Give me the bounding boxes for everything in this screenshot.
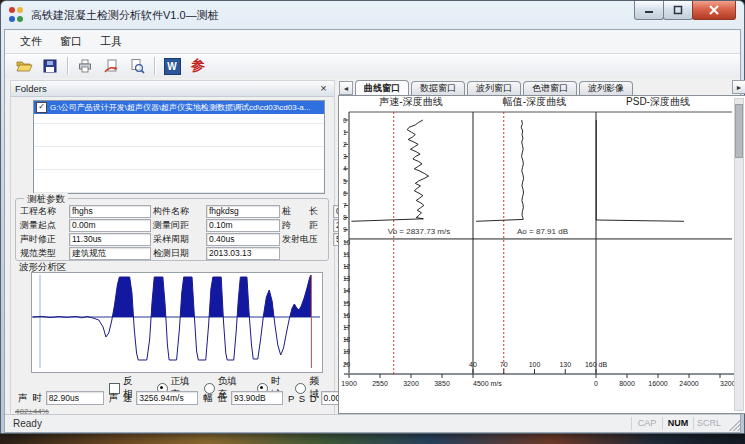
toolbar-separator [67, 57, 68, 75]
print-preview-button[interactable] [124, 55, 150, 77]
readout-label-1: 声 速 [109, 392, 134, 405]
minimize-button[interactable] [634, 1, 664, 20]
folders-list[interactable]: ✓G:\公司产品设计开发\超声仪器\超声仪实地检测数据调试cd\cd03\cd0… [33, 100, 325, 194]
svg-text:100: 100 [529, 361, 541, 368]
word-export-button[interactable]: W [159, 55, 185, 77]
svg-text:14: 14 [343, 287, 351, 294]
tab-4[interactable]: 波列影像 [579, 81, 633, 95]
tab-0[interactable]: 曲线窗口 [355, 80, 409, 95]
maximize-icon [673, 5, 683, 15]
svg-text:1900: 1900 [341, 380, 357, 387]
param-label-2: 桩 长 [282, 205, 331, 218]
vertical-scrollbar[interactable] [734, 98, 744, 411]
status-message: Ready [5, 418, 631, 429]
param-field-0[interactable]: fhghs [69, 205, 151, 218]
resize-grip[interactable] [726, 417, 740, 431]
print-setup-icon [103, 58, 119, 74]
menu-item-2[interactable]: 工具 [91, 31, 131, 52]
tab-1[interactable]: 数据窗口 [411, 81, 465, 95]
tab-bar: ◄ 曲线窗口数据窗口波列窗口色谱窗口波列影像 ► [336, 80, 745, 95]
svg-text:4500 m/s: 4500 m/s [473, 380, 502, 387]
tab-scroll-right-icon[interactable]: ► [732, 80, 745, 94]
param-field-3[interactable]: 0.00m [69, 219, 151, 232]
close-button[interactable] [692, 1, 736, 20]
svg-text:声速-深度曲线: 声速-深度曲线 [379, 96, 442, 107]
client-area: 文件窗口工具 [4, 29, 741, 433]
readout-field-0[interactable]: 82.90us [46, 391, 104, 405]
readout-field-2[interactable]: 93.90dB [231, 391, 283, 405]
scrollbar-thumb[interactable] [735, 104, 743, 158]
folders-panel-title: Folders [15, 83, 317, 94]
toolbar: W 参 [5, 54, 740, 79]
svg-text:3: 3 [343, 153, 347, 160]
svg-text:20: 20 [343, 361, 351, 368]
readout-field-1[interactable]: 3256.94m/s [136, 391, 198, 405]
svg-text:7: 7 [343, 202, 347, 209]
param-field-1[interactable]: fhgkdsg [206, 205, 280, 218]
pile-params-groupbox: 测桩参数 工程名称fhghs构件名称fhgkdsg桩 长0.00m测量起点0.0… [15, 198, 329, 261]
svg-text:5: 5 [343, 178, 347, 185]
param-label-5: 跨 距 [282, 219, 331, 232]
tab-3[interactable]: 色谱窗口 [523, 81, 577, 95]
status-cell-scrl: SCRL [693, 417, 724, 430]
svg-text:幅值-深度曲线: 幅值-深度曲线 [503, 96, 566, 107]
menu-item-0[interactable]: 文件 [11, 31, 51, 52]
save-button[interactable] [37, 55, 63, 77]
svg-text:8: 8 [343, 214, 347, 221]
svg-text:2: 2 [343, 141, 347, 148]
readout-label-3: P S D [288, 393, 318, 404]
parameters-button[interactable]: 参 [185, 55, 211, 77]
svg-text:11: 11 [343, 251, 350, 258]
status-cell-num: NUM [662, 417, 693, 430]
param-label-10: 检测日期 [153, 247, 204, 260]
svg-text:10: 10 [343, 239, 351, 246]
minimize-icon [644, 5, 654, 15]
item-path-text: G:\公司产品设计开发\超声仪器\超声仪实地检测数据调试cd\cd03\cd03… [50, 102, 310, 113]
window-controls [635, 1, 736, 20]
param-label-0: 工程名称 [20, 205, 67, 218]
tab-2[interactable]: 波列窗口 [467, 81, 521, 95]
svg-text:24000: 24000 [679, 380, 699, 387]
svg-text:13: 13 [343, 275, 351, 282]
svg-text:6: 6 [343, 190, 347, 197]
folder-list-item[interactable]: ✓G:\公司产品设计开发\超声仪器\超声仪实地检测数据调试cd\cd03\cd0… [34, 101, 324, 114]
print-button[interactable] [72, 55, 98, 77]
maximize-button[interactable] [663, 1, 693, 20]
svg-text:15: 15 [343, 300, 351, 307]
title-bar[interactable]: 高铁建混凝土检测分析软件V1.0—测桩 [1, 1, 744, 29]
param-field-4[interactable]: 0.10m [206, 219, 280, 232]
param-field-6[interactable]: 11.30us [69, 233, 151, 246]
svg-text:16000: 16000 [648, 380, 668, 387]
open-file-button[interactable] [11, 55, 37, 77]
waveform-plot [32, 273, 320, 370]
param-field-7[interactable]: 0.40us [206, 233, 280, 246]
folders-panel-header: Folders × [11, 81, 334, 97]
print-preview-icon [129, 58, 145, 74]
svg-text:70: 70 [500, 361, 508, 368]
param-label-8: 发射电压 [282, 233, 331, 246]
open-folder-icon [16, 58, 33, 74]
svg-text:PSD-深度曲线: PSD-深度曲线 [626, 96, 690, 107]
svg-text:160 dB: 160 dB [585, 361, 608, 368]
depth-curves-plot: 01234567891011121314151617181920声速-深度曲线1… [341, 96, 741, 396]
param-field-9[interactable]: 建筑规范 [69, 247, 151, 260]
item-checkbox[interactable]: ✓ [36, 102, 47, 113]
svg-text:40: 40 [469, 361, 477, 368]
readout-label-2: 幅 值 [203, 392, 228, 405]
app-icon [9, 7, 25, 23]
svg-text:0: 0 [594, 380, 598, 387]
svg-text:16: 16 [343, 312, 351, 319]
tabs: 曲线窗口数据窗口波列窗口色谱窗口波列影像 [355, 80, 635, 95]
close-icon [709, 5, 719, 15]
tab-scroll-left-icon[interactable]: ◄ [339, 81, 353, 95]
folders-close-icon[interactable]: × [317, 83, 330, 94]
app-window: 高铁建混凝土检测分析软件V1.0—测桩 文件窗口工具 [0, 0, 745, 434]
param-field-10[interactable]: 2013.03.13 [206, 247, 280, 260]
svg-text:18: 18 [343, 336, 351, 343]
menu-item-1[interactable]: 窗口 [51, 31, 91, 52]
print-setup-button[interactable] [98, 55, 124, 77]
waveform-analysis-area[interactable] [31, 272, 323, 373]
param-label-1: 构件名称 [153, 205, 204, 218]
readout-label-0: 声 时 [18, 392, 43, 405]
curve-window[interactable]: 01234567891011121314151617181920声速-深度曲线1… [338, 95, 745, 414]
